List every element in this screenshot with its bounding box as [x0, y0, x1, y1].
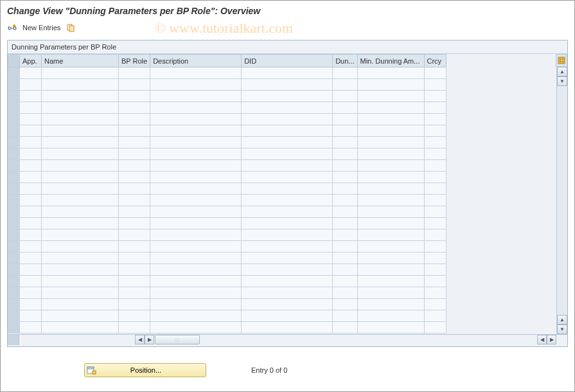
cell[interactable]: [357, 206, 424, 218]
row-selector[interactable]: [8, 148, 20, 160]
cell[interactable]: [150, 67, 242, 79]
cell[interactable]: [424, 218, 446, 229]
cell[interactable]: [424, 79, 446, 91]
cell[interactable]: [242, 264, 333, 276]
row-selector[interactable]: [8, 114, 20, 125]
cell[interactable]: [20, 137, 42, 148]
cell[interactable]: [20, 276, 42, 287]
cell[interactable]: [119, 299, 150, 310]
cell[interactable]: [357, 148, 424, 160]
cell[interactable]: [20, 206, 42, 218]
cell[interactable]: [242, 160, 333, 172]
cell[interactable]: [357, 172, 424, 183]
row-selector[interactable]: [8, 276, 20, 287]
row-selector[interactable]: [8, 67, 20, 79]
scroll-down-end-button[interactable]: ▼: [557, 325, 567, 334]
cell[interactable]: [357, 264, 424, 276]
cell[interactable]: [20, 160, 42, 172]
cell[interactable]: [333, 137, 357, 148]
column-header[interactable]: DID: [242, 55, 333, 67]
cell[interactable]: [424, 253, 446, 264]
cell[interactable]: [20, 218, 42, 229]
column-header[interactable]: Name: [42, 55, 119, 67]
cell[interactable]: [333, 125, 357, 137]
cell[interactable]: [424, 195, 446, 206]
cell[interactable]: [42, 299, 119, 310]
cell[interactable]: [242, 276, 333, 287]
cell[interactable]: [357, 125, 424, 137]
column-header[interactable]: Min. Dunning Am...: [357, 55, 424, 67]
cell[interactable]: [333, 148, 357, 160]
cell[interactable]: [20, 148, 42, 160]
cell[interactable]: [150, 125, 242, 137]
cell[interactable]: [42, 91, 119, 102]
cell[interactable]: [357, 79, 424, 91]
cell[interactable]: [242, 137, 333, 148]
cell[interactable]: [424, 114, 446, 125]
cell[interactable]: [119, 148, 150, 160]
cell[interactable]: [242, 79, 333, 91]
cell[interactable]: [333, 310, 357, 322]
cell[interactable]: [20, 229, 42, 241]
cell[interactable]: [424, 67, 446, 79]
cell[interactable]: [119, 310, 150, 322]
cell[interactable]: [119, 137, 150, 148]
cell[interactable]: [333, 229, 357, 241]
cell[interactable]: [357, 183, 424, 195]
cell[interactable]: [150, 148, 242, 160]
cell[interactable]: [119, 322, 150, 334]
cell[interactable]: [20, 322, 42, 334]
cell[interactable]: [242, 183, 333, 195]
cell[interactable]: [119, 229, 150, 241]
cell[interactable]: [357, 102, 424, 114]
cell[interactable]: [150, 264, 242, 276]
cell[interactable]: [42, 114, 119, 125]
cell[interactable]: [357, 241, 424, 253]
row-selector[interactable]: [8, 206, 20, 218]
cell[interactable]: [333, 102, 357, 114]
cell[interactable]: [119, 287, 150, 299]
cell[interactable]: [20, 114, 42, 125]
cell[interactable]: [242, 91, 333, 102]
cell[interactable]: [20, 183, 42, 195]
cell[interactable]: [20, 102, 42, 114]
cell[interactable]: [242, 195, 333, 206]
cell[interactable]: [242, 253, 333, 264]
cell[interactable]: [333, 114, 357, 125]
cell[interactable]: [150, 241, 242, 253]
cell[interactable]: [42, 276, 119, 287]
cell[interactable]: [150, 218, 242, 229]
cell[interactable]: [424, 102, 446, 114]
cell[interactable]: [119, 102, 150, 114]
cell[interactable]: [42, 102, 119, 114]
cell[interactable]: [42, 218, 119, 229]
column-header[interactable]: BP Role: [119, 55, 150, 67]
cell[interactable]: [242, 218, 333, 229]
cell[interactable]: [333, 264, 357, 276]
cell[interactable]: [424, 91, 446, 102]
row-selector[interactable]: [8, 229, 20, 241]
cell[interactable]: [150, 160, 242, 172]
cell[interactable]: [150, 102, 242, 114]
cell[interactable]: [150, 229, 242, 241]
cell[interactable]: [333, 322, 357, 334]
cell[interactable]: [42, 137, 119, 148]
cell[interactable]: [424, 206, 446, 218]
cell[interactable]: [333, 206, 357, 218]
table-settings-icon[interactable]: [556, 54, 567, 67]
cell[interactable]: [150, 310, 242, 322]
cell[interactable]: [119, 125, 150, 137]
cell[interactable]: [424, 172, 446, 183]
cell[interactable]: [424, 160, 446, 172]
hscroll-left-button[interactable]: ◀: [135, 335, 145, 344]
cell[interactable]: [150, 299, 242, 310]
row-selector[interactable]: [8, 137, 20, 148]
cell[interactable]: [150, 253, 242, 264]
cell[interactable]: [333, 276, 357, 287]
scroll-track[interactable]: [557, 86, 567, 315]
cell[interactable]: [119, 206, 150, 218]
cell[interactable]: [20, 195, 42, 206]
cell[interactable]: [119, 218, 150, 229]
cell[interactable]: [42, 241, 119, 253]
cell[interactable]: [119, 79, 150, 91]
